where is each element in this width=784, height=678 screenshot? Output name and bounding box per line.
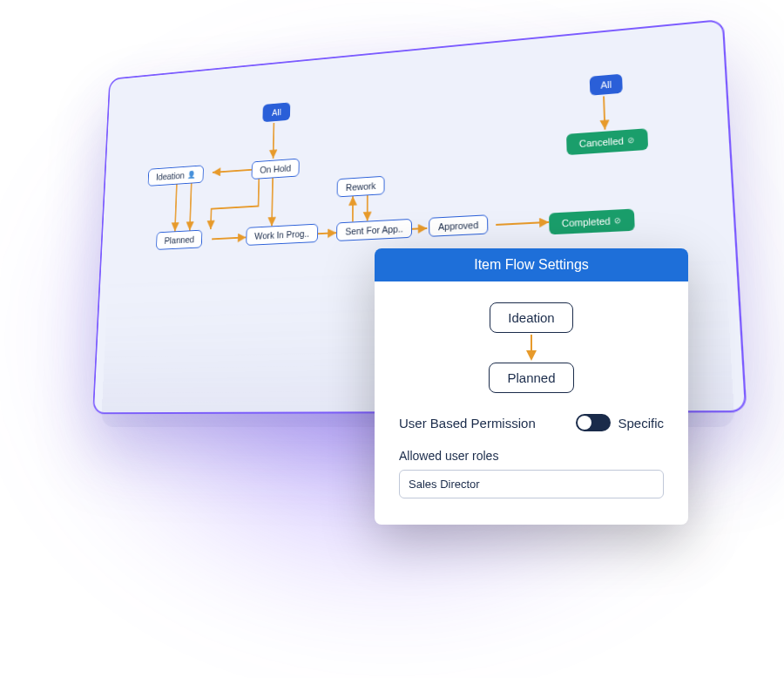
node-label: On Hold — [260, 163, 291, 175]
item-flow-settings-modal: Item Flow Settings Ideation Planned User… — [375, 248, 688, 525]
toggle-knob — [578, 416, 591, 430]
node-label: Ideation — [156, 170, 185, 181]
roles-input[interactable] — [399, 470, 664, 498]
svg-line-8 — [604, 96, 605, 129]
cancel-icon: ⊘ — [627, 135, 635, 145]
node-all-2[interactable]: All — [590, 74, 623, 96]
toggle-label: Specific — [618, 416, 664, 431]
node-ideation[interactable]: Ideation 👤 — [148, 165, 205, 186]
node-label: Rework — [346, 180, 376, 193]
node-label: Cancelled — [579, 135, 625, 149]
node-cancelled[interactable]: Cancelled ⊘ — [566, 128, 648, 155]
permission-row: User Based Permission Specific — [399, 414, 664, 431]
node-label: All — [600, 79, 612, 91]
permission-toggle-wrap: Specific — [576, 414, 664, 431]
svg-line-0 — [274, 123, 274, 159]
roles-label: Allowed user roles — [399, 449, 664, 463]
flow-to-node: Planned — [489, 363, 573, 393]
modal-body: Ideation Planned User Based Permission S… — [375, 281, 688, 525]
flow-arrow — [526, 333, 537, 363]
modal-title: Item Flow Settings — [375, 248, 688, 281]
node-onhold[interactable]: On Hold — [252, 159, 301, 180]
permission-toggle[interactable] — [576, 414, 611, 431]
node-rework[interactable]: Rework — [337, 176, 385, 198]
person-icon: 👤 — [187, 171, 196, 180]
flow-preview: Ideation Planned — [399, 302, 664, 393]
node-all-1[interactable]: All — [262, 102, 290, 122]
node-label: All — [272, 107, 281, 118]
flow-from-node: Ideation — [490, 302, 572, 333]
permission-label: User Based Permission — [399, 416, 536, 431]
svg-line-1 — [213, 170, 252, 173]
